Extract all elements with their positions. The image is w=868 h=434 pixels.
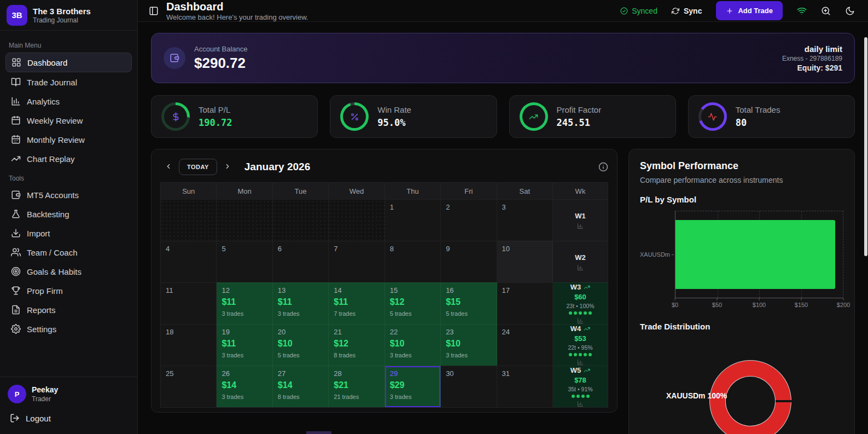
download-icon: [11, 228, 21, 238]
calendar-day-3[interactable]: 3: [497, 199, 553, 241]
day-number: 3: [502, 203, 547, 211]
calendar-day-5[interactable]: 5: [217, 241, 272, 282]
sidebar-item-chart-replay[interactable]: Chart Replay: [5, 149, 132, 168]
trending-up-icon: [584, 367, 590, 374]
sidebar-item-team-coach[interactable]: Team / Coach: [5, 243, 132, 262]
calendar-day-empty[interactable]: [161, 199, 217, 241]
calendar-day-21[interactable]: 21$128 trades: [329, 324, 385, 366]
calendar-day-6[interactable]: 6: [273, 241, 329, 282]
week-summary-w2[interactable]: W2: [553, 241, 608, 282]
app-root: 3B The 3 Brothers Trading Journal Main M…: [0, 0, 868, 434]
calendar-day-22[interactable]: 22$103 trades: [385, 324, 441, 366]
sidebar-item-reports[interactable]: Reports: [5, 300, 132, 319]
add-trade-button[interactable]: Add Trade: [716, 1, 783, 20]
day-number: 12: [222, 286, 267, 294]
stat-ring: [520, 102, 548, 131]
day-number: 7: [334, 245, 379, 253]
day-number: 10: [502, 245, 547, 253]
calendar-day-11[interactable]: 11: [161, 282, 217, 324]
sidebar-item-mt5-accounts[interactable]: MT5 Accounts: [5, 186, 132, 204]
bar-category-label: XAUUSDm: [640, 251, 670, 258]
sidebar-toggle-icon[interactable]: [149, 6, 159, 16]
calendar-day-29[interactable]: 29$293 trades: [385, 366, 441, 407]
x-tick-label: $0: [672, 302, 678, 308]
calendar-day-empty[interactable]: [273, 199, 329, 241]
day-pl-value: $10: [390, 339, 435, 349]
sidebar-item-prop-firm[interactable]: Prop Firm: [5, 281, 132, 300]
logout-button[interactable]: Logout: [7, 409, 131, 427]
calendar-prev-button[interactable]: [160, 159, 177, 175]
nav-item-label: Backtesting: [27, 210, 69, 219]
week-summary-w4[interactable]: W4$5322t • 95%: [553, 324, 608, 366]
calendar-day-16[interactable]: 16$155 trades: [441, 282, 497, 324]
user-profile[interactable]: P Peekay Trader: [7, 383, 131, 409]
calendar-day-13[interactable]: 13$113 trades: [273, 282, 329, 324]
calendar-day-18[interactable]: 18: [161, 324, 217, 366]
info-icon[interactable]: [598, 162, 608, 172]
calendar-today-button[interactable]: TODAY: [179, 159, 217, 175]
week-summary-w5[interactable]: W5$7835t • 91%: [553, 366, 608, 407]
week-label-row: W5: [570, 366, 591, 374]
stat-value: 190.72: [199, 117, 232, 128]
calendar-day-30[interactable]: 30: [441, 366, 497, 407]
calendar-day-empty[interactable]: [217, 199, 272, 241]
week-summary-w3[interactable]: W3$6023t • 100%: [553, 282, 608, 324]
sidebar-item-monthly-review[interactable]: Monthly Review: [5, 130, 132, 149]
day-pl-value: $10: [446, 339, 491, 349]
calendar-day-24[interactable]: 24: [497, 324, 553, 366]
calendar-day-31[interactable]: 31: [497, 366, 553, 407]
brand-logo: 3B: [7, 5, 27, 26]
sync-button[interactable]: Sync: [672, 7, 702, 15]
calendar-day-19[interactable]: 19$113 trades: [217, 324, 272, 366]
week-dot: [574, 311, 577, 315]
calendar-day-14[interactable]: 14$117 trades: [329, 282, 385, 324]
calendar-day-26[interactable]: 26$143 trades: [217, 366, 272, 407]
sidebar-item-goals-habits[interactable]: Goals & Habits: [5, 262, 132, 281]
horizontal-scrollbar-thumb[interactable]: [306, 431, 331, 434]
balance-value: $290.72: [194, 55, 248, 72]
bar-xauusdm: [675, 220, 835, 289]
avatar: P: [8, 385, 26, 403]
calendar-day-25[interactable]: 25: [161, 366, 217, 407]
sidebar-item-import[interactable]: Import: [5, 224, 132, 242]
calendar-day-9[interactable]: 9: [441, 241, 497, 282]
day-number: 2: [446, 203, 491, 211]
calendar-day-20[interactable]: 20$105 trades: [273, 324, 329, 366]
calendar-day-12[interactable]: 12$113 trades: [217, 282, 272, 324]
percent-icon: [340, 102, 369, 131]
calendar-day-17[interactable]: 17: [497, 282, 553, 324]
week-summary-w1[interactable]: W1: [553, 199, 608, 241]
calendar-day-10[interactable]: 10: [497, 241, 553, 282]
content: Account Balance $290.72 daily limit Exne…: [138, 22, 868, 434]
calendar-day-23[interactable]: 23$103 trades: [441, 324, 497, 366]
calendar-next-button[interactable]: [219, 159, 236, 175]
sidebar-item-dashboard[interactable]: Dashboard: [5, 53, 132, 72]
vertical-scrollbar-thumb[interactable]: [864, 37, 867, 256]
sidebar-item-trade-journal[interactable]: Trade Journal: [5, 73, 132, 91]
calendar-day-4[interactable]: 4: [161, 241, 217, 282]
calendar-day-27[interactable]: 27$148 trades: [273, 366, 329, 407]
zoom-in-icon[interactable]: [821, 6, 831, 16]
week-label-row: W3: [570, 283, 591, 291]
stat-card-total-trades: Total Trades80: [688, 95, 855, 138]
calendar-day-empty[interactable]: [329, 199, 385, 241]
day-pl-value: $11: [222, 339, 267, 349]
calendar-day-8[interactable]: 8: [385, 241, 441, 282]
calendar-day-15[interactable]: 15$125 trades: [385, 282, 441, 324]
calendar-day-2[interactable]: 2: [441, 199, 497, 241]
main-area: Dashboard Welcome back! Here's your trad…: [138, 0, 868, 434]
calendar-day-1[interactable]: 1: [385, 199, 441, 241]
sidebar-item-backtesting[interactable]: Backtesting: [5, 205, 132, 223]
sidebar-item-settings[interactable]: Settings: [5, 320, 132, 338]
calendar-day-28[interactable]: 28$2121 trades: [329, 366, 385, 407]
sync-button-label: Sync: [684, 7, 702, 15]
stat-text: Win Rate95.0%: [377, 105, 411, 128]
day-number: 13: [278, 286, 323, 294]
week-dot: [572, 395, 575, 398]
sidebar-item-weekly-review[interactable]: Weekly Review: [5, 111, 132, 130]
weekday-header-fri: Fri: [441, 183, 497, 199]
calendar-day-7[interactable]: 7: [329, 241, 385, 282]
day-trade-count: 5 trades: [446, 310, 491, 317]
sidebar-item-analytics[interactable]: Analytics: [5, 92, 132, 111]
theme-toggle-moon-icon[interactable]: [845, 6, 855, 16]
